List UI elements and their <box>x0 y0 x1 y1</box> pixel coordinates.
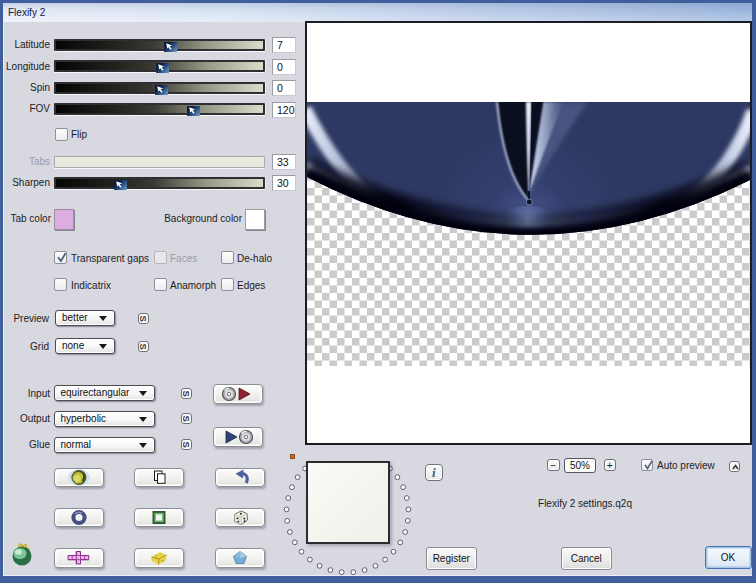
svg-text:S: S <box>182 415 192 421</box>
svg-text:S: S <box>182 441 192 447</box>
svg-text:S: S <box>182 390 192 396</box>
svg-text:S: S <box>139 344 149 350</box>
svg-text:S: S <box>139 316 149 322</box>
